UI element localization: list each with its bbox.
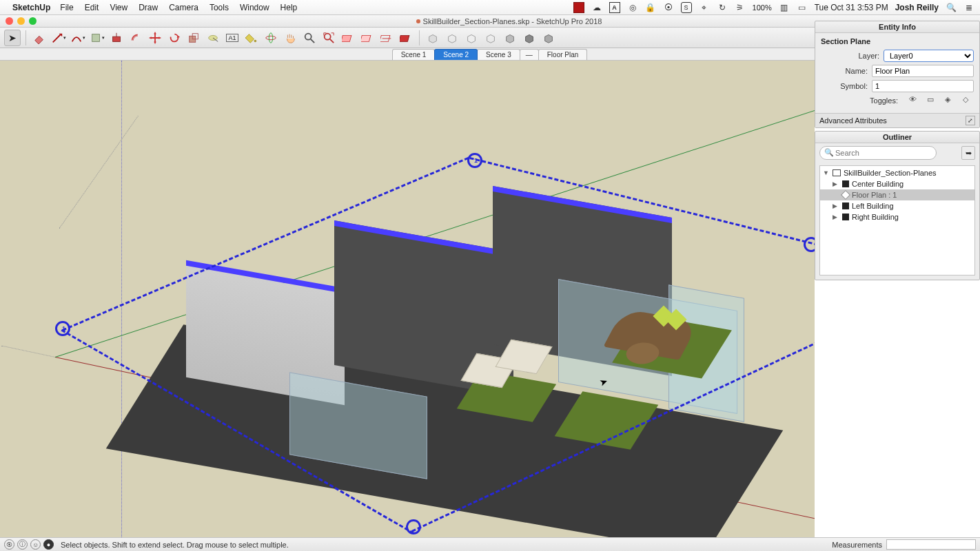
scene-tab-3[interactable]: Scene 3 <box>477 49 520 60</box>
move-tool[interactable] <box>147 30 163 46</box>
menu-camera[interactable]: Camera <box>169 3 198 12</box>
tree-item-right[interactable]: ▶ Right Building <box>820 211 974 222</box>
spotlight-icon[interactable]: 🔍 <box>946 2 957 13</box>
menubar-user[interactable]: Josh Reilly <box>895 3 939 12</box>
tree-root[interactable]: ▼ SkillBuilder_Section-Planes <box>820 167 974 178</box>
style-box-a-icon[interactable] <box>425 30 441 46</box>
section-fill-toggle-icon[interactable]: ◇ <box>963 95 974 106</box>
name-input[interactable] <box>872 65 974 77</box>
outliner-title[interactable]: Outliner <box>815 132 979 143</box>
section-toggle-c-icon[interactable] <box>398 30 414 46</box>
caret-right-icon[interactable]: ▶ <box>833 180 839 187</box>
close-window-button[interactable] <box>6 17 13 25</box>
sync-icon[interactable]: ◎ <box>627 2 638 13</box>
svg-marker-5 <box>154 41 156 44</box>
menu-help[interactable]: Help <box>280 3 298 12</box>
section-plane-icon[interactable] <box>340 30 356 46</box>
measurements-input[interactable] <box>886 539 976 550</box>
visibility-toggle-icon[interactable]: 👁 <box>909 95 920 106</box>
geo-toggle-icon[interactable]: ⦿ <box>4 539 14 550</box>
style-box-f-icon[interactable] <box>521 30 538 46</box>
zoom-extents-tool[interactable] <box>320 30 337 46</box>
text-label-tool[interactable]: A1 <box>224 30 241 46</box>
advanced-attributes-row[interactable]: Advanced Attributes ⤢ <box>815 113 979 127</box>
cloud-status-icon[interactable]: ☁︎ <box>591 2 602 13</box>
menu-edit[interactable]: Edit <box>85 3 99 12</box>
menu-view[interactable]: View <box>110 3 127 12</box>
orbit-tool[interactable] <box>263 30 279 46</box>
style-box-d-icon[interactable] <box>482 30 499 46</box>
section-toggle-a-icon[interactable] <box>359 30 376 46</box>
entity-info-title[interactable]: Entity Info <box>815 21 979 33</box>
shape-tool[interactable]: ▾ <box>89 30 105 46</box>
section-handle-icon[interactable] <box>406 519 421 534</box>
tape-measure-tool[interactable] <box>205 30 221 46</box>
bluetooth-icon[interactable]: ⌖ <box>699 2 710 13</box>
scene-tab-add[interactable]: — <box>520 49 539 60</box>
caret-right-icon[interactable]: ▶ <box>833 202 839 209</box>
menu-tools[interactable]: Tools <box>210 3 229 12</box>
scale-tool[interactable] <box>185 30 202 46</box>
status-hint: Select objects. Shift to extend select. … <box>61 541 289 549</box>
menu-file[interactable]: File <box>60 3 73 12</box>
zoom-tool[interactable] <box>301 30 318 46</box>
expand-advanced-icon[interactable]: ⤢ <box>966 116 975 125</box>
airplay-icon[interactable]: ▭ <box>797 2 808 13</box>
style-box-b-icon[interactable] <box>444 30 460 46</box>
lock-icon[interactable]: 🔒 <box>645 2 656 13</box>
wifi-icon[interactable]: ⚞ <box>735 2 746 13</box>
pan-tool[interactable] <box>282 30 298 46</box>
scene-tab-floorplan[interactable]: Floor Plan <box>538 49 588 60</box>
model-viewport[interactable]: 1 1 ➤ <box>0 61 815 537</box>
s-badge-icon[interactable]: S <box>681 2 692 13</box>
style-box-e-icon[interactable] <box>502 30 518 46</box>
signed-in-icon[interactable]: ● <box>43 539 54 550</box>
svg-marker-0 <box>35 36 43 44</box>
scene-tab-1[interactable]: Scene 1 <box>392 49 436 60</box>
recording-indicator-icon[interactable] <box>573 2 584 13</box>
adobe-icon[interactable]: A <box>609 2 620 13</box>
tree-item-center[interactable]: ▶ Center Building <box>820 178 974 189</box>
layer-select[interactable]: Layer0 <box>884 50 974 62</box>
offset-tool[interactable] <box>127 30 144 46</box>
profile-toggle-icon[interactable]: ☺ <box>30 539 41 550</box>
svg-point-14 <box>254 39 257 42</box>
menu-draw[interactable]: Draw <box>139 3 158 12</box>
credits-toggle-icon[interactable]: ⓘ <box>17 539 28 550</box>
caret-down-icon[interactable]: ▼ <box>823 169 830 176</box>
battery-icon[interactable]: ▥ <box>779 2 790 13</box>
section-cut-toggle-icon[interactable]: ◈ <box>945 95 956 106</box>
style-box-g-icon[interactable] <box>540 30 557 46</box>
section-handle-icon[interactable]: 1 <box>55 321 70 336</box>
line-tool[interactable]: ▾ <box>50 30 67 46</box>
outliner-details-button[interactable]: ➥ <box>961 146 975 160</box>
battery-percent[interactable]: 100% <box>753 3 772 12</box>
symbol-input[interactable] <box>872 80 974 92</box>
menu-list-icon[interactable]: ≣ <box>963 2 974 13</box>
push-pull-tool[interactable] <box>108 30 125 46</box>
section-display-toggle-icon[interactable]: ▭ <box>927 95 938 106</box>
menubar-clock[interactable]: Tue Oct 31 3:53 PM <box>815 3 888 12</box>
minimize-window-button[interactable] <box>17 17 25 25</box>
eraser-tool[interactable] <box>31 30 48 46</box>
arc-tool[interactable]: ▾ <box>70 30 86 46</box>
menu-window[interactable]: Window <box>240 3 269 12</box>
svg-line-18 <box>311 39 314 42</box>
shield-icon[interactable]: ⦿ <box>663 2 674 13</box>
paint-bucket-tool[interactable] <box>243 30 260 46</box>
style-box-c-icon[interactable] <box>463 30 480 46</box>
select-tool[interactable]: ➤ <box>4 30 21 46</box>
caret-right-icon[interactable]: ▶ <box>833 214 839 220</box>
timemachine-icon[interactable]: ↻ <box>717 2 728 13</box>
outliner-tree[interactable]: ▼ SkillBuilder_Section-Planes ▶ Center B… <box>819 165 975 276</box>
tree-item-left[interactable]: ▶ Left Building <box>820 200 974 211</box>
zoom-window-button[interactable] <box>29 17 37 25</box>
scene-tab-2[interactable]: Scene 2 <box>434 49 478 60</box>
rotate-tool[interactable] <box>166 30 183 46</box>
tree-item-floorplan[interactable]: Floor Plan : 1 <box>820 189 974 200</box>
section-toggle-b-icon[interactable] <box>378 30 395 46</box>
section-handle-icon[interactable]: 1 <box>467 153 482 168</box>
section-handle-icon[interactable] <box>804 237 815 252</box>
outliner-search-input[interactable] <box>819 146 937 160</box>
menubar-app-name[interactable]: SketchUp <box>12 3 50 12</box>
